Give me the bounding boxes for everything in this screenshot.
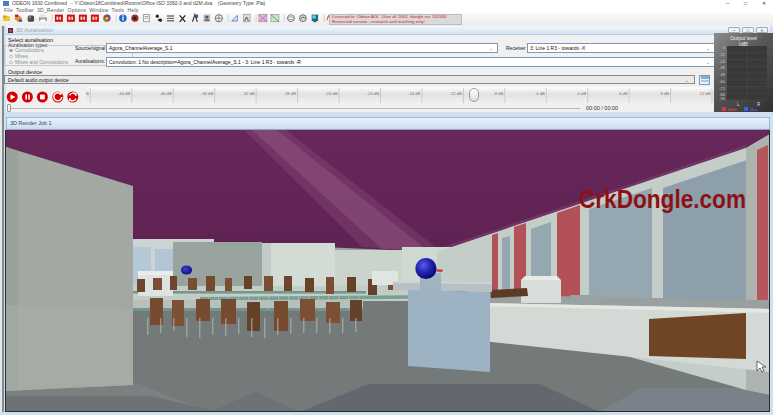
svg-text:CrkDongle.com: CrkDongle.com <box>579 184 746 214</box>
